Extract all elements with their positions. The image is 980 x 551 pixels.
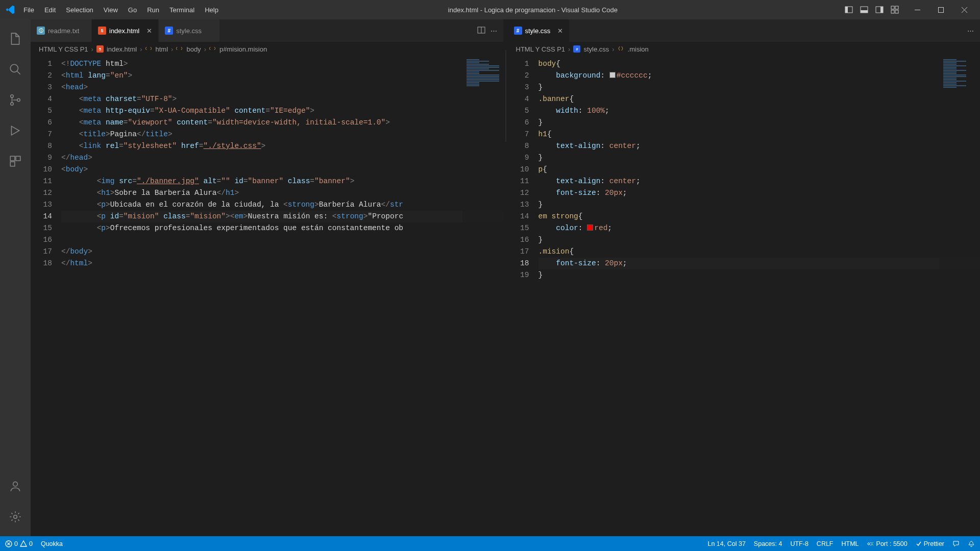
close-window-button[interactable] <box>952 0 976 19</box>
html-file-icon: 5 <box>96 45 104 53</box>
more-actions-icon[interactable]: ⋯ <box>491 27 497 35</box>
customize-layout-icon[interactable] <box>888 3 901 16</box>
menu-go[interactable]: Go <box>123 3 142 17</box>
crumb[interactable]: body <box>186 45 201 53</box>
element-icon <box>176 45 183 53</box>
source-control-icon[interactable] <box>0 85 31 115</box>
activity-bar <box>0 19 31 536</box>
editor-left: ⓘ readme.txt 5 index.html ✕ # style.css … <box>31 19 504 536</box>
status-prettier[interactable]: Prettier <box>916 540 944 547</box>
text-file-icon: ⓘ <box>37 27 45 35</box>
title-bar: File Edit Selection View Go Run Terminal… <box>0 0 980 19</box>
window-title: index.html - Logica de programacion - Vi… <box>224 6 842 14</box>
crumb[interactable]: .mision <box>628 45 649 53</box>
toggle-panel-icon[interactable] <box>857 3 871 16</box>
svg-rect-11 <box>938 7 943 12</box>
svg-rect-9 <box>895 10 898 13</box>
tab-label: style.css <box>176 27 202 35</box>
minimize-button[interactable] <box>905 0 929 19</box>
close-tab-icon[interactable]: ✕ <box>146 27 152 35</box>
maximize-button[interactable] <box>929 0 952 19</box>
breadcrumb-right[interactable]: HTML Y CSS P1› # style.css› .mision <box>508 42 981 56</box>
svg-point-19 <box>13 482 18 486</box>
svg-rect-17 <box>16 156 20 161</box>
menu-help[interactable]: Help <box>200 3 224 17</box>
tab-label: style.css <box>525 27 551 35</box>
tab-index-html[interactable]: 5 index.html ✕ <box>92 19 159 42</box>
toggle-primary-sidebar-icon[interactable] <box>842 3 855 16</box>
prettier-label: Prettier <box>924 540 944 547</box>
search-icon[interactable] <box>0 54 31 85</box>
vscode-logo-icon <box>4 5 16 14</box>
menu-terminal[interactable]: Terminal <box>164 3 200 17</box>
main-menu: File Edit Selection View Go Run Terminal… <box>18 3 224 17</box>
minimap-right[interactable] <box>939 56 980 536</box>
rule-icon <box>618 45 625 53</box>
svg-rect-5 <box>880 7 883 13</box>
css-file-icon: # <box>165 27 173 35</box>
status-cursor[interactable]: Ln 14, Col 37 <box>707 540 745 547</box>
toggle-secondary-sidebar-icon[interactable] <box>873 3 886 16</box>
status-quokka[interactable]: Quokka <box>41 540 63 547</box>
crumb[interactable]: index.html <box>107 45 137 53</box>
svg-point-15 <box>17 98 20 101</box>
crumb[interactable]: style.css <box>583 45 609 53</box>
tabs-right: # style.css ✕ ⋯ <box>508 19 981 42</box>
svg-point-20 <box>14 515 17 519</box>
run-debug-icon[interactable] <box>0 115 31 146</box>
warning-count: 0 <box>29 540 33 547</box>
settings-gear-icon[interactable] <box>0 502 31 532</box>
tab-style-css-right[interactable]: # style.css ✕ <box>508 19 570 42</box>
status-bell-icon[interactable] <box>968 540 975 547</box>
crumb[interactable]: p#mision.mision <box>219 45 267 53</box>
svg-rect-1 <box>845 7 848 13</box>
crumb[interactable]: HTML Y CSS P1 <box>39 45 88 53</box>
element-icon <box>209 45 216 53</box>
editor-right: # style.css ✕ ⋯ HTML Y CSS P1› # style.c… <box>508 19 981 536</box>
accounts-icon[interactable] <box>0 471 31 502</box>
status-live-server[interactable]: Port : 5500 <box>867 540 908 547</box>
crumb[interactable]: HTML Y CSS P1 <box>516 45 566 53</box>
status-eol[interactable]: CRLF <box>817 540 834 547</box>
status-feedback-icon[interactable] <box>952 540 960 547</box>
more-actions-icon[interactable]: ⋯ <box>967 27 974 35</box>
menu-selection[interactable]: Selection <box>61 3 98 17</box>
status-indent[interactable]: Spaces: 4 <box>754 540 782 547</box>
svg-point-13 <box>11 95 13 97</box>
status-bar: 0 0 Quokka Ln 14, Col 37 Spaces: 4 UTF-8… <box>0 536 980 551</box>
tab-readme[interactable]: ⓘ readme.txt <box>31 19 92 42</box>
svg-rect-8 <box>891 10 894 13</box>
status-encoding[interactable]: UTF-8 <box>790 540 808 547</box>
breadcrumb-left[interactable]: HTML Y CSS P1› 5 index.html› html› body›… <box>31 42 503 56</box>
explorer-icon[interactable] <box>0 23 31 54</box>
split-editor-icon[interactable] <box>477 26 485 36</box>
tab-style-css-left[interactable]: # style.css <box>159 19 220 42</box>
svg-rect-16 <box>10 156 15 161</box>
code-editor-right[interactable]: 12345678910111213141516171819 body{ back… <box>508 56 981 536</box>
css-file-icon: # <box>514 27 522 35</box>
menu-view[interactable]: View <box>99 3 123 17</box>
menu-run[interactable]: Run <box>142 3 164 17</box>
svg-point-12 <box>10 64 18 72</box>
close-tab-icon[interactable]: ✕ <box>557 27 563 35</box>
port-label: Port : 5500 <box>876 540 908 547</box>
svg-rect-7 <box>895 6 898 9</box>
tab-label: index.html <box>109 27 139 35</box>
svg-point-24 <box>868 543 870 545</box>
menu-file[interactable]: File <box>18 3 39 17</box>
minimap-left[interactable] <box>462 56 503 536</box>
element-icon <box>145 45 153 53</box>
extensions-icon[interactable] <box>0 146 31 177</box>
editor-split-divider[interactable] <box>504 19 508 536</box>
status-language[interactable]: HTML <box>842 540 859 547</box>
tabs-left: ⓘ readme.txt 5 index.html ✕ # style.css … <box>31 19 503 42</box>
status-problems[interactable]: 0 0 <box>5 540 33 547</box>
svg-rect-6 <box>891 6 894 9</box>
crumb[interactable]: html <box>156 45 168 53</box>
tab-label: readme.txt <box>48 27 79 35</box>
svg-rect-18 <box>10 162 15 166</box>
svg-rect-3 <box>861 10 868 13</box>
menu-edit[interactable]: Edit <box>39 3 61 17</box>
code-editor-left[interactable]: 123456789101112131415161718 <!DOCTYPE ht… <box>31 56 503 536</box>
css-file-icon: # <box>573 45 580 53</box>
